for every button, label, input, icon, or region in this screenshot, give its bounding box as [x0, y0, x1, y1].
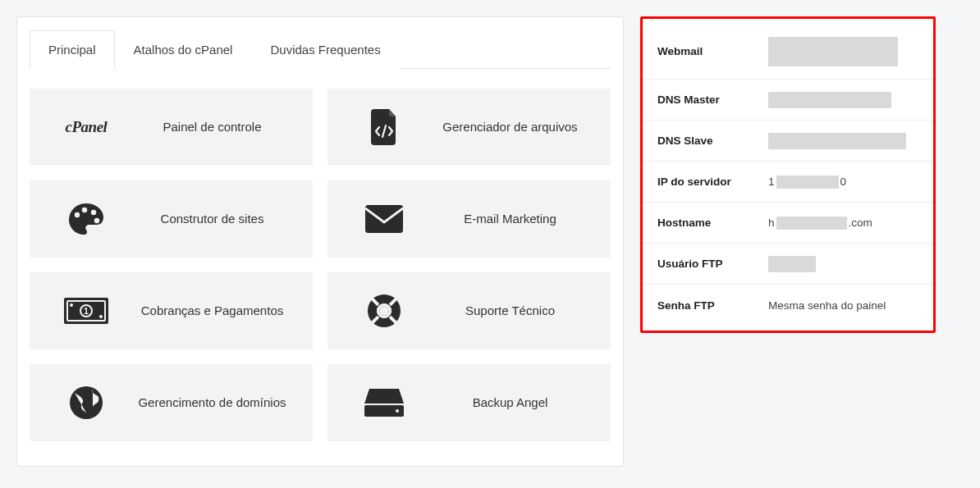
tile-label: E-mail Marketing: [429, 211, 599, 227]
money-bill-icon: 1: [41, 298, 131, 324]
life-ring-icon: [339, 293, 429, 329]
tile-label: Construtor de sites: [131, 211, 301, 227]
info-label: Hostname: [657, 217, 768, 229]
cpanel-logo-icon: cPanel: [41, 118, 131, 136]
main-panel: Principal Atalhos do cPanel Duvidas Freq…: [16, 16, 624, 467]
tile-gerenciador-arquivos[interactable]: Gerenciador de arquivos: [327, 89, 611, 166]
palette-icon: [41, 202, 131, 236]
svg-point-2: [91, 210, 96, 215]
svg-point-21: [70, 386, 103, 419]
hard-drive-icon: [339, 389, 429, 417]
tab-atalhos-cpanel[interactable]: Atalhos do cPanel: [115, 30, 252, 69]
tile-label: Gerenciador de arquivos: [429, 119, 599, 135]
info-value-text: Mesma senha do painel: [768, 299, 886, 312]
info-row-webmail: Webmail: [643, 24, 933, 80]
tile-backup-angel[interactable]: Backup Angel: [327, 364, 611, 441]
svg-point-23: [396, 409, 399, 413]
tab-principal[interactable]: Principal: [30, 30, 115, 69]
info-label: Webmail: [657, 45, 768, 57]
info-label: DNS Slave: [657, 135, 768, 147]
info-label: Senha FTP: [657, 299, 768, 312]
svg-text:1: 1: [84, 307, 89, 316]
svg-point-0: [75, 212, 80, 217]
info-label: Usuário FTP: [657, 258, 768, 270]
info-row-hostname: Hostname h.com: [643, 203, 933, 244]
envelope-icon: [339, 205, 429, 233]
info-row-dns-master: DNS Master: [643, 80, 933, 121]
tile-label: Cobranças e Pagamentos: [131, 303, 301, 319]
code-file-icon: [339, 109, 429, 145]
svg-point-1: [82, 208, 87, 212]
info-label: IP do servidor: [657, 176, 768, 188]
tile-label: Backup Angel: [429, 395, 599, 411]
svg-point-9: [99, 315, 103, 318]
info-row-ip-servidor: IP do servidor 10: [643, 162, 933, 203]
tile-suporte-tecnico[interactable]: Suporte Técnico: [327, 272, 611, 349]
info-value-redacted: [768, 256, 816, 272]
tile-painel-controle[interactable]: cPanel Painel de controle: [30, 89, 313, 166]
tile-label: Suporte Técnico: [429, 303, 599, 319]
tile-label: Painel de controle: [131, 119, 301, 135]
globe-icon: [41, 385, 131, 421]
info-row-dns-slave: DNS Slave: [643, 121, 933, 162]
tabs-bar: Principal Atalhos do cPanel Duvidas Freq…: [30, 30, 611, 69]
info-row-senha-ftp: Senha FTP Mesma senha do painel: [643, 285, 933, 326]
info-value-redacted: [768, 37, 898, 66]
tab-duvidas-frequentes[interactable]: Duvidas Frequentes: [251, 30, 399, 69]
tile-gerenciamento-dominios[interactable]: Gerencimento de domínios: [30, 364, 313, 441]
tile-label: Gerencimento de domínios: [131, 395, 301, 411]
info-value-redacted: [768, 92, 891, 108]
info-value-masked: 10: [768, 176, 846, 189]
svg-point-8: [70, 303, 73, 307]
tile-construtor-sites[interactable]: Construtor de sites: [30, 180, 313, 258]
info-value-masked: h.com: [768, 217, 872, 230]
info-row-usuario-ftp: Usuário FTP: [643, 244, 933, 285]
svg-point-3: [94, 218, 99, 223]
server-info-panel: Webmail DNS Master DNS Slave IP do servi…: [640, 16, 936, 333]
tile-email-marketing[interactable]: E-mail Marketing: [327, 180, 611, 258]
info-label: DNS Master: [657, 93, 768, 106]
tiles-grid: cPanel Painel de controle Gerenciador de…: [30, 89, 611, 441]
info-value-redacted: [768, 133, 906, 149]
tile-cobrancas-pagamentos[interactable]: 1 Cobranças e Pagamentos: [30, 272, 313, 349]
